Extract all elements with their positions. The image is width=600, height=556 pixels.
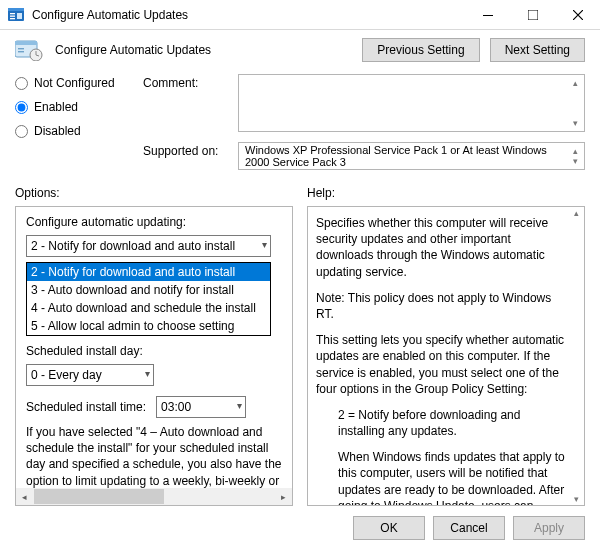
help-p: Note: This policy does not apply to Wind… bbox=[316, 290, 566, 322]
supported-value: Windows XP Professional Service Pack 1 o… bbox=[245, 144, 564, 168]
apply-button[interactable]: Apply bbox=[513, 516, 585, 540]
sched-day-value: 0 - Every day bbox=[31, 368, 102, 382]
sched-day-combo[interactable]: 0 - Every day ▾ bbox=[26, 364, 154, 386]
supported-label: Supported on: bbox=[143, 142, 228, 170]
radio-enabled-input[interactable] bbox=[15, 101, 28, 114]
sched-day-label: Scheduled install day: bbox=[26, 344, 282, 358]
next-setting-button[interactable]: Next Setting bbox=[490, 38, 585, 62]
help-p: This setting lets you specify whether au… bbox=[316, 332, 566, 397]
svg-rect-11 bbox=[18, 51, 24, 52]
scroll-right-icon[interactable]: ▸ bbox=[275, 488, 292, 505]
previous-setting-button[interactable]: Previous Setting bbox=[362, 38, 479, 62]
svg-rect-4 bbox=[10, 18, 15, 19]
scroll-thumb[interactable] bbox=[34, 489, 164, 504]
minimize-button[interactable] bbox=[465, 0, 510, 30]
sched-time-label: Scheduled install time: bbox=[26, 400, 146, 414]
radio-disabled-label: Disabled bbox=[34, 124, 81, 138]
options-hscrollbar[interactable]: ◂ ▸ bbox=[16, 488, 292, 505]
radio-not-configured-input[interactable] bbox=[15, 77, 28, 90]
help-p: 2 = Notify before downloading and instal… bbox=[316, 407, 566, 439]
svg-rect-10 bbox=[18, 48, 24, 49]
chevron-down-icon: ▾ bbox=[145, 368, 150, 379]
config-updating-value: 2 - Notify for download and auto install bbox=[31, 239, 235, 253]
supported-field: Windows XP Professional Service Pack 1 o… bbox=[238, 142, 585, 170]
policy-title: Configure Automatic Updates bbox=[55, 43, 352, 57]
dropdown-option[interactable]: 3 - Auto download and notify for install bbox=[27, 281, 270, 299]
comment-label: Comment: bbox=[143, 74, 228, 132]
scroll-down-icon[interactable]: ▾ bbox=[568, 117, 582, 129]
svg-rect-9 bbox=[15, 41, 37, 45]
svg-rect-3 bbox=[10, 15, 15, 16]
config-updating-combo[interactable]: 2 - Notify for download and auto install… bbox=[26, 235, 271, 257]
policy-icon bbox=[15, 39, 45, 61]
help-vscrollbar[interactable]: ▴ ▾ bbox=[569, 207, 584, 505]
scroll-left-icon[interactable]: ◂ bbox=[16, 488, 33, 505]
radio-disabled-input[interactable] bbox=[15, 125, 28, 138]
state-radios: Not Configured Enabled Disabled bbox=[15, 74, 143, 170]
radio-enabled[interactable]: Enabled bbox=[15, 100, 143, 114]
chevron-down-icon: ▾ bbox=[237, 400, 242, 411]
svg-rect-7 bbox=[528, 10, 538, 20]
app-icon bbox=[8, 7, 24, 23]
config-updating-dropdown: 2 - Notify for download and auto install… bbox=[26, 262, 271, 336]
cancel-button[interactable]: Cancel bbox=[433, 516, 505, 540]
svg-rect-2 bbox=[10, 13, 15, 14]
maximize-button[interactable] bbox=[510, 0, 555, 30]
help-text: Specifies whether this computer will rec… bbox=[316, 215, 566, 506]
svg-rect-1 bbox=[8, 8, 24, 11]
close-button[interactable] bbox=[555, 0, 600, 30]
options-pane: Configure automatic updating: 2 - Notify… bbox=[15, 206, 293, 506]
title-bar: Configure Automatic Updates bbox=[0, 0, 600, 30]
dialog-footer: OK Cancel Apply bbox=[0, 506, 600, 554]
chevron-down-icon: ▾ bbox=[262, 239, 267, 250]
help-p: When Windows finds updates that apply to… bbox=[316, 449, 566, 506]
config-updating-label: Configure automatic updating: bbox=[26, 215, 282, 229]
help-pane: Specifies whether this computer will rec… bbox=[307, 206, 585, 506]
dropdown-option[interactable]: 2 - Notify for download and auto install bbox=[27, 263, 270, 281]
svg-rect-5 bbox=[17, 13, 22, 19]
svg-rect-6 bbox=[483, 15, 493, 16]
ok-button[interactable]: OK bbox=[353, 516, 425, 540]
radio-enabled-label: Enabled bbox=[34, 100, 78, 114]
scroll-down-icon[interactable]: ▾ bbox=[568, 155, 582, 167]
dropdown-option[interactable]: 5 - Allow local admin to choose setting bbox=[27, 317, 270, 335]
radio-not-configured-label: Not Configured bbox=[34, 76, 115, 90]
scroll-up-icon[interactable]: ▴ bbox=[574, 207, 579, 219]
help-p: Specifies whether this computer will rec… bbox=[316, 215, 566, 280]
window-title: Configure Automatic Updates bbox=[32, 8, 465, 22]
help-pane-label: Help: bbox=[307, 186, 585, 200]
scroll-down-icon[interactable]: ▾ bbox=[574, 493, 579, 505]
dropdown-option[interactable]: 4 - Auto download and schedule the insta… bbox=[27, 299, 270, 317]
options-pane-label: Options: bbox=[15, 186, 293, 200]
sched-time-value: 03:00 bbox=[161, 400, 191, 414]
scroll-up-icon[interactable]: ▴ bbox=[568, 77, 582, 89]
comment-field[interactable]: ▴ ▾ bbox=[238, 74, 585, 132]
radio-not-configured[interactable]: Not Configured bbox=[15, 76, 143, 90]
sched-time-combo[interactable]: 03:00 ▾ bbox=[156, 396, 246, 418]
radio-disabled[interactable]: Disabled bbox=[15, 124, 143, 138]
